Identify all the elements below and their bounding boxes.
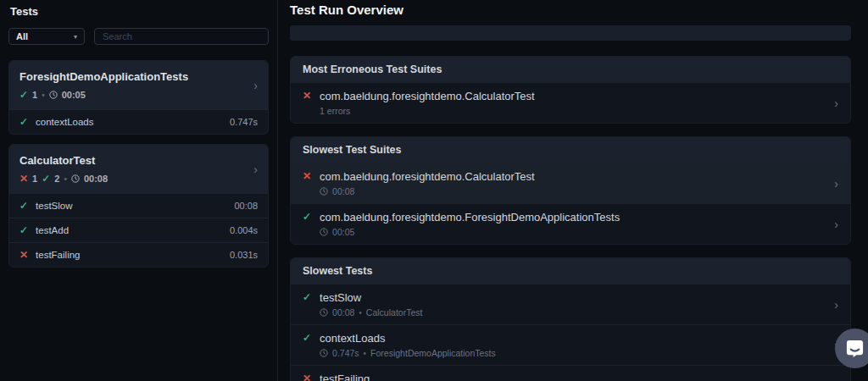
- section-title: Slowest Test Suites: [291, 137, 850, 163]
- row-content: testSlow 00:08 • CalculatorTest: [320, 291, 825, 318]
- test-row-contextloads[interactable]: ✓ contextLoads 0.747s: [9, 109, 268, 134]
- clock-icon: [320, 349, 328, 357]
- parent-suite-name: ForesightDemoApplicationTests: [370, 348, 496, 358]
- test-duration: 0.031s: [230, 250, 258, 260]
- test-result-row[interactable]: ✕ testFailing 0.031s • CalculatorTest ›: [291, 365, 850, 381]
- x-icon: ✕: [303, 170, 311, 182]
- chevron-right-icon: ›: [834, 218, 838, 230]
- section-slowest-test-suites: Slowest Test Suites ✕ com.baeldung.fores…: [290, 136, 851, 245]
- chevron-right-icon: ›: [253, 80, 258, 91]
- test-row-testfailing[interactable]: ✕ testFailing 0.031s: [9, 242, 268, 267]
- suite-result-row[interactable]: ✓ com.baeldung.foresightdemo.ForesightDe…: [291, 203, 850, 244]
- suite-header[interactable]: CalculatorTest ✕ 1 ✓ 2 • 00:08 ›: [9, 145, 268, 193]
- test-duration: 0.747s: [332, 348, 359, 358]
- check-icon: ✓: [303, 332, 311, 344]
- x-icon: ✕: [303, 90, 311, 102]
- suite-full-name: com.baeldung.foresightdemo.ForesightDemo…: [320, 211, 825, 224]
- section-title: Most Erroneous Test Suites: [291, 57, 850, 82]
- check-icon: ✓: [19, 116, 28, 128]
- test-name: testFailing: [320, 373, 825, 381]
- tests-sidebar: Tests All ▾ ForesightDemoApplicationTest…: [0, 0, 278, 381]
- clock-icon: [71, 174, 80, 183]
- test-duration: 00:08: [234, 201, 258, 211]
- failed-count: 1: [32, 174, 37, 184]
- chevron-right-icon: ›: [253, 163, 258, 175]
- x-icon: ✕: [19, 249, 28, 261]
- row-subtitle: 00:05: [320, 227, 825, 237]
- suite-card-foresightdemoapplicationtests: ForesightDemoApplicationTests ✓ 1 • 00:0…: [8, 60, 269, 135]
- chat-launcher-button[interactable]: [835, 329, 868, 368]
- suite-result-row[interactable]: ✕ com.baeldung.foresightdemo.CalculatorT…: [291, 82, 850, 123]
- bullet-separator: •: [364, 349, 367, 358]
- error-count-label: 1 errors: [320, 106, 350, 116]
- sidebar-title: Tests: [10, 5, 269, 18]
- chevron-right-icon: ›: [834, 178, 838, 190]
- row-subtitle: 00:08 • CalculatorTest: [320, 307, 825, 318]
- suite-full-name: com.baeldung.foresightdemo.CalculatorTes…: [320, 90, 825, 102]
- passed-count: 2: [54, 174, 59, 184]
- test-name: testSlow: [320, 291, 825, 304]
- test-name: contextLoads: [320, 332, 825, 345]
- suite-card-calculatortest: CalculatorTest ✕ 1 ✓ 2 • 00:08 › ✓ testS…: [8, 144, 269, 268]
- test-result-row[interactable]: ✓ testSlow 00:08 • CalculatorTest ›: [291, 284, 850, 324]
- bullet-separator: •: [359, 308, 362, 318]
- test-duration: 0.747s: [230, 117, 258, 127]
- test-name: testSlow: [36, 201, 226, 211]
- clock-icon: [49, 91, 58, 99]
- test-run-overview-panel: Test Run Overview Most Erroneous Test Su…: [278, 0, 868, 381]
- suite-stats: ✓ 1 • 00:05: [19, 89, 258, 101]
- suite-duration: 00:05: [332, 227, 354, 237]
- check-icon: ✓: [303, 211, 311, 223]
- row-content: contextLoads 0.747s • ForesightDemoAppli…: [320, 332, 825, 358]
- sidebar-controls: All ▾: [8, 28, 269, 45]
- row-content: com.baeldung.foresightdemo.ForesightDemo…: [320, 211, 825, 237]
- test-name: testAdd: [36, 225, 222, 235]
- section-title: Slowest Tests: [291, 258, 850, 284]
- clock-icon: [320, 187, 328, 196]
- section-most-erroneous-test-suites: Most Erroneous Test Suites ✕ com.baeldun…: [290, 56, 851, 124]
- check-icon: ✓: [303, 291, 311, 303]
- row-content: testFailing 0.031s • CalculatorTest: [320, 373, 825, 381]
- check-icon: ✓: [19, 89, 28, 101]
- row-content: com.baeldung.foresightdemo.CalculatorTes…: [320, 90, 825, 116]
- check-icon: ✓: [19, 224, 28, 236]
- chevron-right-icon: ›: [834, 97, 838, 109]
- bullet-separator: •: [42, 91, 45, 100]
- bullet-separator: •: [64, 174, 67, 184]
- suite-full-name: com.baeldung.foresightdemo.CalculatorTes…: [320, 170, 825, 183]
- test-row-testslow[interactable]: ✓ testSlow 00:08: [9, 193, 268, 218]
- row-subtitle: 1 errors: [320, 106, 825, 116]
- check-icon: ✓: [42, 173, 50, 185]
- caret-down-icon: ▾: [74, 33, 77, 41]
- suite-header[interactable]: ForesightDemoApplicationTests ✓ 1 • 00:0…: [9, 61, 268, 109]
- dropdown-selected-value: All: [16, 31, 28, 41]
- clock-icon: [320, 228, 328, 236]
- test-duration: 0.004s: [230, 225, 258, 235]
- chevron-right-icon: ›: [834, 299, 838, 311]
- x-icon: ✕: [19, 173, 28, 185]
- test-duration: 00:08: [332, 307, 354, 318]
- passed-count: 1: [32, 90, 37, 100]
- suite-result-row[interactable]: ✕ com.baeldung.foresightdemo.CalculatorT…: [291, 163, 850, 203]
- test-result-row[interactable]: ✓ contextLoads 0.747s • ForesightDemoApp…: [291, 324, 850, 365]
- test-row-testadd[interactable]: ✓ testAdd 0.004s: [9, 218, 268, 242]
- check-icon: ✓: [19, 200, 28, 212]
- test-name: contextLoads: [36, 117, 222, 127]
- parent-suite-name: CalculatorTest: [366, 307, 423, 318]
- suite-duration: 00:05: [62, 90, 86, 100]
- chat-bubble-icon: [845, 339, 865, 358]
- test-filter-dropdown[interactable]: All ▾: [8, 28, 85, 45]
- test-name: testFailing: [36, 250, 222, 260]
- scrolled-panel-fragment: [290, 25, 851, 41]
- x-icon: ✕: [303, 373, 311, 381]
- suite-name: ForesightDemoApplicationTests: [19, 70, 258, 83]
- section-slowest-tests: Slowest Tests ✓ testSlow 00:08 • Calcula…: [290, 257, 851, 381]
- suite-duration: 00:08: [332, 186, 354, 196]
- suite-stats: ✕ 1 ✓ 2 • 00:08: [19, 173, 258, 185]
- suite-name: CalculatorTest: [19, 154, 258, 167]
- suite-duration: 00:08: [84, 174, 108, 184]
- search-input[interactable]: [94, 28, 269, 45]
- row-content: com.baeldung.foresightdemo.CalculatorTes…: [320, 170, 825, 196]
- page-title: Test Run Overview: [290, 3, 851, 17]
- row-subtitle: 0.747s • ForesightDemoApplicationTests: [320, 348, 825, 358]
